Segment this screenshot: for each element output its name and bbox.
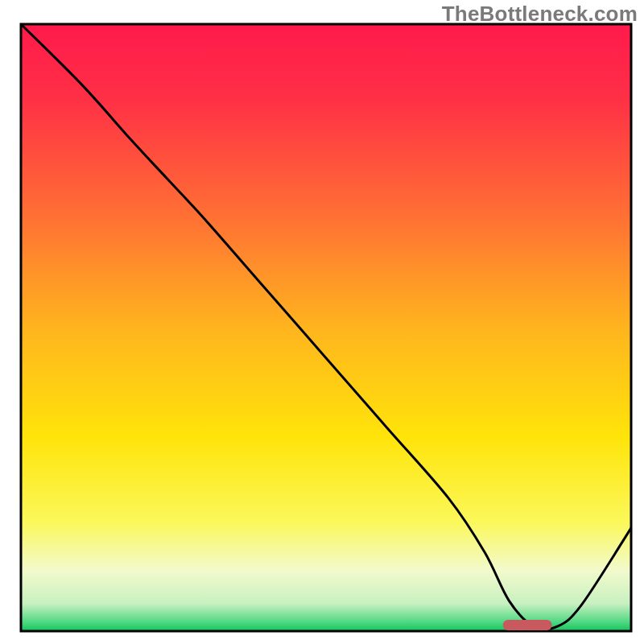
plot-background-gradient: [21, 24, 631, 631]
bottleneck-chart: [0, 0, 644, 644]
optimal-marker: [503, 620, 552, 630]
